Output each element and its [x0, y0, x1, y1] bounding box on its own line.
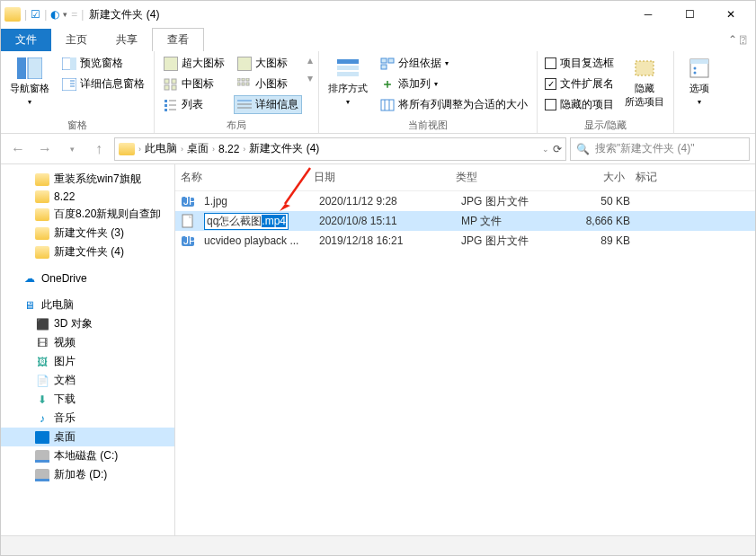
ribbon-group-currentview: 排序方式 ▾ 分组依据 ▾ ＋添加列 ▾ 将所有列调整为合适的大小 当前视图 [319, 51, 538, 133]
navbar: ← → ▾ ↑ › 此电脑› 桌面› 8.22› 新建文件夹 (4) ⌄ ⟳ 🔍… [1, 134, 755, 164]
refresh-icon[interactable]: ⟳ [553, 143, 562, 155]
fit-columns-button[interactable]: 将所有列调整为合适的大小 [377, 95, 531, 114]
tree-item[interactable]: 8.22 [1, 189, 174, 205]
sort-button[interactable]: 排序方式 ▾ [325, 54, 371, 110]
tree-item[interactable]: 桌面 [1, 428, 174, 446]
svg-rect-18 [237, 78, 240, 81]
group-by-button[interactable]: 分组依据 ▾ [377, 54, 531, 73]
statusbar [1, 535, 755, 556]
qat-checkbox-icon[interactable]: ☑ [31, 8, 40, 21]
svg-rect-28 [337, 66, 359, 70]
preview-pane-button[interactable]: 预览窗格 [58, 54, 148, 73]
svg-rect-12 [165, 100, 167, 102]
svg-rect-20 [246, 78, 249, 81]
tab-view[interactable]: 查看 [152, 28, 204, 51]
ribbon-group-options: 选项 ▾ [674, 51, 725, 133]
svg-rect-19 [242, 78, 245, 81]
svg-rect-29 [337, 72, 359, 76]
search-box[interactable]: 🔍 搜索"新建文件夹 (4)" [570, 137, 750, 161]
tab-share[interactable]: 共享 [102, 29, 152, 51]
item-checkbox-toggle[interactable]: 项目复选框 [543, 54, 616, 73]
nav-pane-button[interactable]: 导航窗格 ▾ [6, 54, 53, 110]
svg-rect-21 [237, 83, 240, 85]
tree-item[interactable]: 新加卷 (D:) [1, 465, 174, 484]
breadcrumb-item[interactable]: 新建文件夹 (4) [249, 141, 319, 156]
hidden-items-toggle[interactable]: 隐藏的项目 [543, 95, 616, 114]
layout-small[interactable]: 小图标 [234, 75, 302, 93]
scroll-up-icon[interactable]: ▴ [307, 54, 313, 66]
svg-rect-8 [165, 79, 169, 84]
rename-input[interactable]: qq怎么截图.mp4 [204, 213, 289, 230]
window-title: 新建文件夹 (4) [89, 7, 159, 22]
column-headers[interactable]: 名称 日期 类型 大小 标记 [175, 164, 755, 191]
tree-item[interactable]: 本地磁盘 (C:) [1, 446, 174, 465]
titlebar: | ☑ | ◐ ▾ = | 新建文件夹 (4) ─ ☐ ✕ [1, 1, 755, 28]
tree-item[interactable]: ☁OneDrive [1, 270, 174, 287]
qat-dropdown-icon[interactable]: ▾ [63, 10, 67, 19]
tree-item[interactable]: 📄文档 [1, 371, 174, 390]
ribbon-collapse-icon[interactable]: ⌃ ⍰ [719, 33, 755, 46]
qat-properties-icon[interactable]: ◐ [50, 8, 59, 21]
address-bar[interactable]: › 此电脑› 桌面› 8.22› 新建文件夹 (4) ⌄ ⟳ [114, 137, 566, 161]
options-button[interactable]: 选项 ▾ [680, 54, 719, 110]
tree-item[interactable]: 新建文件夹 (3) [1, 224, 174, 243]
breadcrumb-item[interactable]: 桌面› [187, 141, 215, 156]
forward-button[interactable]: → [33, 137, 57, 161]
folder-icon [4, 7, 21, 22]
hide-selected-button[interactable]: 隐藏 所选项目 [621, 54, 668, 110]
layout-list[interactable]: 列表 [160, 95, 228, 114]
svg-rect-38 [690, 59, 708, 64]
svg-rect-3 [70, 57, 76, 70]
address-dropdown-icon[interactable]: ⌄ [542, 145, 549, 154]
recent-dropdown[interactable]: ▾ [60, 137, 84, 161]
minimize-button[interactable]: ─ [627, 1, 669, 28]
ribbon-group-layout: 超大图标 中图标 列表 大图标 小图标 详细信息 ▴ ▾ 布局 [155, 51, 319, 133]
tree-item[interactable]: 百度8.20新规则自查卸 [1, 205, 174, 224]
close-button[interactable]: ✕ [710, 1, 752, 28]
up-button[interactable]: ↑ [87, 137, 111, 161]
tree-item[interactable]: 🖥此电脑 [1, 296, 174, 314]
file-row[interactable]: JPG1.jpg2020/11/12 9:28JPG 图片文件50 KB [175, 191, 755, 211]
col-date[interactable]: 日期 [308, 168, 450, 187]
svg-rect-9 [172, 79, 176, 84]
col-tag[interactable]: 标记 [630, 168, 684, 187]
breadcrumb-item[interactable]: 8.22› [218, 143, 245, 155]
file-list[interactable]: 名称 日期 类型 大小 标记 JPG1.jpg2020/11/12 9:28JP… [175, 164, 755, 535]
svg-rect-33 [381, 100, 394, 110]
svg-point-39 [694, 67, 697, 70]
dropdown-icon: ▾ [346, 96, 350, 108]
col-type[interactable]: 类型 [450, 168, 556, 187]
layout-details[interactable]: 详细信息 [234, 95, 302, 114]
layout-medium[interactable]: 中图标 [160, 75, 228, 93]
tree-item[interactable]: 🎞视频 [1, 333, 174, 352]
scroll-down-icon[interactable]: ▾ [307, 72, 313, 84]
tree-item[interactable]: ♪音乐 [1, 409, 174, 428]
nav-tree[interactable]: 重装系统win7旗舰8.22百度8.20新规则自查卸新建文件夹 (3)新建文件夹… [1, 164, 175, 535]
back-button[interactable]: ← [6, 137, 30, 161]
layout-extralarge[interactable]: 超大图标 [160, 54, 228, 73]
add-column-button[interactable]: ＋添加列 ▾ [377, 75, 531, 93]
tree-item[interactable]: 新建文件夹 (4) [1, 243, 174, 261]
svg-rect-30 [381, 58, 387, 63]
ribbon-group-panes: 导航窗格 ▾ 预览窗格 详细信息窗格 窗格 [1, 51, 155, 133]
tab-home[interactable]: 主页 [51, 29, 102, 51]
tab-file[interactable]: 文件 [1, 29, 51, 51]
folder-icon [119, 143, 135, 155]
file-ext-toggle[interactable]: ✓文件扩展名 [543, 75, 616, 93]
file-row[interactable]: qq怎么截图.mp42020/10/8 15:11MP 文件8,666 KB [175, 211, 755, 231]
file-icon: JPG [181, 194, 195, 208]
tree-item[interactable]: 🖼图片 [1, 352, 174, 371]
svg-rect-4 [62, 78, 76, 91]
col-name[interactable]: 名称 [175, 168, 308, 187]
details-pane-button[interactable]: 详细信息窗格 [58, 75, 148, 93]
maximize-button[interactable]: ☐ [669, 1, 710, 28]
tree-item[interactable]: ⬛3D 对象 [1, 314, 174, 333]
tree-item[interactable]: ⬇下载 [1, 390, 174, 409]
col-size[interactable]: 大小 [556, 168, 630, 187]
layout-large[interactable]: 大图标 [234, 54, 302, 73]
svg-rect-36 [636, 61, 654, 75]
breadcrumb-item[interactable]: 此电脑› [145, 141, 183, 156]
file-row[interactable]: JPGucvideo playback ...2019/12/18 16:21J… [175, 231, 755, 251]
tree-item[interactable]: 重装系统win7旗舰 [1, 170, 174, 189]
ribbon: 导航窗格 ▾ 预览窗格 详细信息窗格 窗格 超大图标 中图标 列表 大图标 小图… [1, 51, 755, 134]
